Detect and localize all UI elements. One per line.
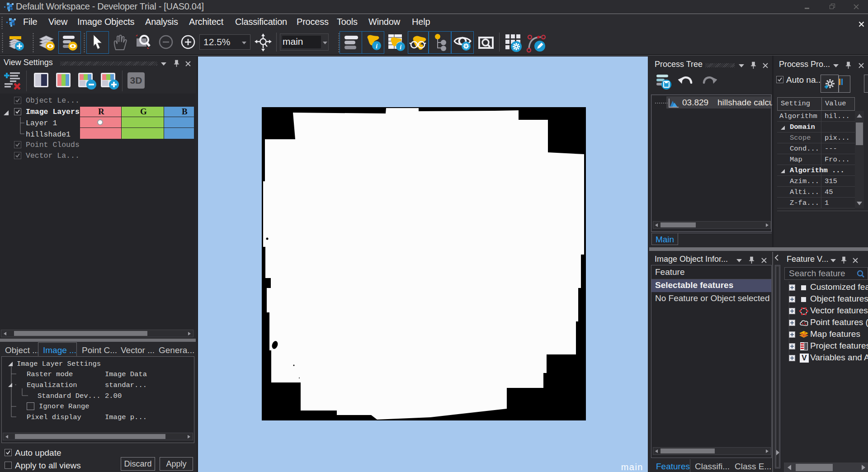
svg-text:main: main bbox=[621, 462, 643, 472]
